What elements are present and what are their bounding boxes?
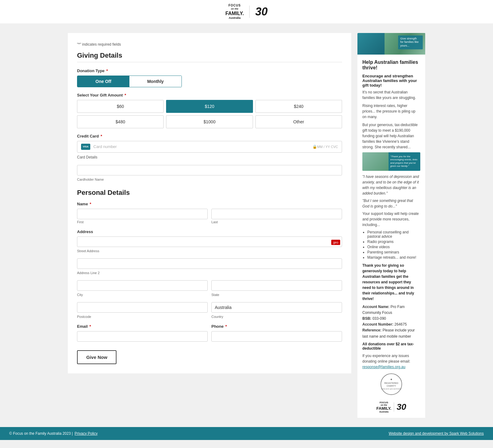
privacy-policy-link[interactable]: Privacy Policy xyxy=(75,431,98,436)
focus-family-logo: FOCUS on the FAMILY. Australia xyxy=(226,4,244,20)
form-panel: "*" indicates required fields Giving Det… xyxy=(68,33,351,373)
page-footer: © Focus on the Family Australia 2023 | P… xyxy=(0,427,493,440)
city-state-row: City State xyxy=(77,280,342,297)
name-label: Name * xyxy=(77,202,342,206)
card-brand-icon: VISA xyxy=(81,144,90,150)
sidebar-para2: Rising interest rates, higher prices... … xyxy=(362,103,420,120)
monthly-tab[interactable]: Monthly xyxy=(129,76,181,87)
lock-icon: 🔒 xyxy=(312,145,317,149)
address-group: Address geo Street Address xyxy=(77,229,342,253)
geo-button[interactable]: geo xyxy=(331,240,340,245)
gift-amount-label: Select Your Gift Amount * xyxy=(77,93,342,97)
first-label: First xyxy=(77,220,208,224)
amount-240[interactable]: $240 xyxy=(255,100,342,113)
bullet-radio: Radio programs xyxy=(367,240,420,244)
card-input-row: VISA Card number 🔒 MM / YY CVC xyxy=(77,141,342,153)
brand-focus-family: FOCUS on the FAMILY. Australia xyxy=(377,401,392,413)
first-name-input[interactable] xyxy=(77,209,208,219)
developer-link[interactable]: Website design and development by Spark … xyxy=(389,431,484,436)
sidebar-content: Help Australian families thrive! Encoura… xyxy=(357,55,425,418)
brand-30: 30 xyxy=(397,402,406,412)
give-now-button[interactable]: Give Now xyxy=(77,350,116,364)
support-text: Your support today will help create and … xyxy=(362,211,420,228)
credit-card-group: Credit Card * VISA Card number 🔒 MM / YY… xyxy=(77,134,342,159)
main-content: "*" indicates required fields Giving Det… xyxy=(62,24,431,427)
email-phone-row: Email * Phone * xyxy=(77,324,342,342)
address-line2-label: Address Line 2 xyxy=(77,271,342,275)
phone-label: Phone * xyxy=(211,324,342,329)
bullet-parenting: Parenting seminars xyxy=(367,250,420,254)
donation-type-group: Donation Type * One Off Monthly xyxy=(77,68,342,87)
charity-badge: ✦ REGISTERED CHARITY www.acnc.gov.au/cha… xyxy=(381,373,402,395)
card-expiry-cvc: MM / YY CVC xyxy=(317,145,338,149)
cardholder-name-label: Cardholder Name xyxy=(77,178,342,181)
right-sidebar: Give strength for families like yours...… xyxy=(357,33,425,418)
bullet-marriage: Marriage retreats... and more! xyxy=(367,255,420,260)
postcode-country-row: Postcode Country xyxy=(77,302,342,319)
personal-details-title: Personal Details xyxy=(77,189,342,197)
name-group: Name * First Last xyxy=(77,202,342,224)
state-label: State xyxy=(211,293,342,297)
address-label: Address xyxy=(77,229,342,234)
street-address-label: Street Address xyxy=(77,249,342,253)
cardholder-name-input[interactable] xyxy=(77,165,342,175)
required-note: "*" indicates required fields xyxy=(77,42,342,47)
street-address-input[interactable] xyxy=(77,236,342,247)
amount-480[interactable]: $480 xyxy=(77,115,164,128)
credit-card-label: Credit Card * xyxy=(77,134,342,138)
quote-image-text-box: "Thank you for the encouraging words, li… xyxy=(389,152,420,171)
city-label: City xyxy=(77,293,208,297)
sidebar-para3: But your generous, tax-deductible gift t… xyxy=(362,122,420,150)
address-line2-input[interactable] xyxy=(77,258,342,269)
brand-divider xyxy=(394,402,394,412)
email-label: Email * xyxy=(77,324,208,329)
country-label: Country xyxy=(211,315,342,319)
gift-amount-group: Select Your Gift Amount * $60 $120 $240 … xyxy=(77,93,342,128)
charity-badge-wrapper: ✦ REGISTERED CHARITY www.acnc.gov.au/cha… xyxy=(362,373,420,395)
state-input[interactable] xyxy=(211,280,342,291)
hero-text-overlay: Give strength for families like yours... xyxy=(398,35,423,49)
thank-you-text: Thank you for giving so generously today… xyxy=(362,263,420,302)
page-header: FOCUS on the FAMILY. Australia 30 xyxy=(0,0,493,24)
quote1: "I have seasons of depression and anxiet… xyxy=(362,174,420,196)
quote2: "But I see something great that God is g… xyxy=(362,198,420,209)
logo-30-anniversary: 30 xyxy=(255,5,267,18)
country-input[interactable] xyxy=(211,302,342,313)
email-input[interactable] xyxy=(77,331,208,342)
quote-image: "Thank you for the encouraging words, li… xyxy=(362,152,420,171)
last-name-input[interactable] xyxy=(211,209,342,219)
name-row: First Last xyxy=(77,209,342,224)
address-line2-group: Address Line 2 xyxy=(77,258,342,275)
amount-grid: $60 $120 $240 $480 $1000 Other xyxy=(77,100,342,128)
street-address-wrap: geo xyxy=(77,236,342,248)
amount-other[interactable]: Other xyxy=(255,115,342,128)
card-details-label: Card Details xyxy=(77,155,97,159)
email-link[interactable]: response@families.org.au xyxy=(362,365,405,369)
hero-image: Give strength for families like yours... xyxy=(357,33,425,55)
donation-tabs: One Off Monthly xyxy=(77,76,182,87)
sidebar-title: Help Australian families thrive! xyxy=(362,60,420,71)
amount-1000[interactable]: $1000 xyxy=(166,115,253,128)
copyright-text: © Focus on the Family Australia 2023 | xyxy=(9,431,73,436)
sidebar-para1: It's no secret that Australian families … xyxy=(362,89,420,101)
card-number-placeholder[interactable]: Card number xyxy=(93,144,311,149)
footer-left: © Focus on the Family Australia 2023 | P… xyxy=(9,431,98,436)
amount-60[interactable]: $60 xyxy=(77,100,164,113)
phone-input[interactable] xyxy=(211,331,342,342)
logo-divider xyxy=(249,6,250,18)
postcode-label: Postcode xyxy=(77,315,208,319)
quote-image-text: "Thank you for the encouraging words, li… xyxy=(390,155,418,168)
quote-image-photo xyxy=(362,152,389,171)
city-input[interactable] xyxy=(77,280,208,291)
bullet-list: Personal counselling and pastoral advice… xyxy=(362,230,420,260)
cardholder-name-group: Cardholder Name xyxy=(77,165,342,181)
brand-bottom: FOCUS on the FAMILY. Australia 30 xyxy=(362,399,420,413)
postcode-input[interactable] xyxy=(77,302,208,313)
amount-120[interactable]: $120 xyxy=(166,100,253,113)
one-off-tab[interactable]: One Off xyxy=(77,76,129,87)
bullet-counselling: Personal counselling and pastoral advice xyxy=(367,230,420,239)
bank-details: Account Name: Pro Fam Community Focus BS… xyxy=(362,304,420,339)
giving-details-title: Giving Details xyxy=(77,51,342,62)
last-label: Last xyxy=(211,220,342,224)
tax-note: All donations over $2 are tax-deductible xyxy=(362,342,420,351)
